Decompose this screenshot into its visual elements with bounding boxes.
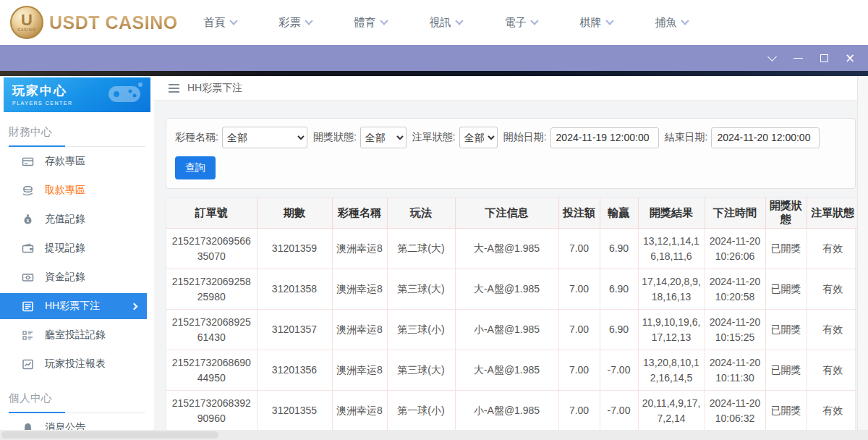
table-cell: 6.90 (600, 229, 638, 269)
table-cell: 6.90 (600, 310, 638, 350)
players-center-header: 玩家中心 PLAYERS CENTER (4, 77, 150, 112)
usdt-coin-icon: U CASINO (10, 6, 43, 39)
nav-item-label: 電子 (505, 16, 527, 30)
divider-strip (0, 71, 868, 76)
column-header: 玩法 (387, 198, 455, 229)
table-cell: 2152173206925825980 (166, 269, 257, 310)
top-bar: U CASINO USDT CASINO 首頁彩票體育視訊電子棋牌捕魚 (0, 0, 868, 45)
nav-item[interactable]: 視訊 (408, 0, 483, 45)
sidebar-item-label: 取款專區 (45, 184, 85, 197)
logo[interactable]: U CASINO USDT CASINO (10, 6, 175, 39)
table-cell: 2024-11-20 10:06:32 (705, 391, 765, 431)
nav-item[interactable]: 體育 (333, 0, 408, 45)
nav-item[interactable]: 首頁 (182, 0, 258, 45)
table-cell: 第二球(大) (387, 229, 455, 269)
table-cell: 2152173206839290960 (166, 391, 257, 431)
start-date-label: 開始日期: (503, 131, 547, 144)
nav-item-label: 體育 (354, 16, 376, 30)
sidebar-item-lottery-list[interactable]: HH彩票下注 (0, 293, 147, 319)
table-row: 215217320683929096031201355澳洲幸运8第一球(小)小-… (166, 391, 859, 431)
nav-item[interactable]: 電子 (483, 0, 558, 45)
order-status-label: 注單狀態: (412, 131, 456, 144)
table-cell: 7.00 (558, 350, 600, 391)
chevron-down-icon (305, 17, 312, 25)
sidebar-item-label: 提現記錄 (45, 242, 85, 255)
table-cell: 有效 (807, 229, 859, 269)
sidebar-item-deposit-card[interactable]: 存款專區 (0, 147, 154, 176)
nav-item-label: 棋牌 (580, 16, 602, 30)
nav-item-label: 首頁 (204, 16, 226, 30)
withdraw-hand-icon (22, 185, 34, 197)
sidebar-item-funds[interactable]: 資金記錄 (0, 263, 154, 292)
sidebar-item-wallet[interactable]: 提現記錄 (0, 234, 154, 263)
nav-item[interactable]: 捕魚 (634, 0, 709, 45)
search-button[interactable]: 查詢 (175, 156, 216, 179)
chevron-right-icon (131, 302, 138, 310)
deposit-card-icon (22, 156, 34, 168)
window-chevron-down-icon[interactable] (762, 48, 781, 67)
table-cell: 大-A盤@1.985 (455, 350, 558, 391)
nav-item-label: 捕魚 (655, 16, 677, 30)
chevron-down-icon (681, 17, 689, 25)
window-maximize-icon[interactable] (814, 48, 833, 67)
sidebar-item-report-chart[interactable]: 玩家投注報表 (0, 350, 154, 378)
nav-item-label: 視訊 (430, 16, 451, 30)
table-cell: 已開獎 (765, 229, 807, 269)
table-cell: 有效 (807, 310, 859, 350)
chevron-down-icon (605, 17, 613, 25)
sidebar-item-hall-records[interactable]: 廳室投註記錄 (0, 321, 154, 350)
scrollbar-thumb[interactable] (1, 431, 218, 439)
page-title: HH彩票下注 (187, 82, 242, 95)
table-cell: 7.00 (558, 310, 600, 350)
end-date-input[interactable] (711, 127, 820, 148)
vertical-scrollbar[interactable] (857, 76, 868, 440)
table-cell: 13,20,8,10,12,16,14,5 (638, 350, 705, 391)
sidebar-item-withdraw-hand[interactable]: 取款專區 (0, 176, 154, 205)
table-cell: -7.00 (600, 391, 638, 431)
horizontal-scrollbar[interactable] (0, 430, 868, 440)
table-cell: 31201355 (257, 391, 332, 431)
sidebar-item-label: 資金記錄 (45, 271, 85, 284)
table-cell: 澳洲幸运8 (332, 269, 387, 310)
table-cell: 澳洲幸运8 (332, 391, 387, 431)
chevron-down-icon (229, 17, 237, 25)
end-date-label: 結束日期: (665, 131, 708, 144)
bets-table-wrap: 訂單號期數彩種名稱玩法下注信息投注額輸贏開獎結果下注時間開獎狀態注單狀態 215… (166, 197, 856, 440)
draw-status-select[interactable]: 全部 (360, 127, 407, 148)
coin-sub-label: CASINO (17, 28, 35, 32)
hamburger-menu-icon[interactable] (169, 84, 179, 93)
sidebar-item-label: 廳室投註記錄 (45, 329, 106, 342)
sidebar-item-moneybag[interactable]: $充值記錄 (0, 205, 154, 234)
start-date-input[interactable] (550, 127, 659, 148)
window-close-icon[interactable]: × (841, 48, 859, 67)
sidebar-section-title: 財務中心 (9, 124, 145, 147)
column-header: 開獎結果 (638, 198, 705, 229)
hall-records-icon (22, 329, 34, 342)
top-nav: 首頁彩票體育視訊電子棋牌捕魚 (182, 0, 709, 45)
table-cell: -7.00 (600, 350, 638, 391)
draw-status-label: 開獎狀態: (313, 131, 357, 144)
table-cell: 7.00 (558, 269, 600, 310)
sidebar-item-label: 玩家投注報表 (45, 358, 106, 371)
window-minimize-icon[interactable] (788, 48, 807, 67)
table-cell: 第一球(小) (387, 391, 455, 431)
logo-text: USDT CASINO (49, 12, 178, 33)
nav-item[interactable]: 彩票 (258, 0, 333, 45)
table-cell: 2024-11-20 10:20:58 (705, 269, 765, 310)
table-row: 215217320692582598031201358澳洲幸运8第三球(大)大-… (166, 269, 859, 310)
column-header: 訂單號 (166, 198, 257, 229)
table-cell: 澳洲幸运8 (332, 350, 387, 391)
order-status-select[interactable]: 全部 (459, 127, 498, 148)
chevron-down-icon (380, 17, 388, 25)
column-header: 投注額 (558, 198, 600, 229)
table-cell: 有效 (807, 269, 859, 310)
window-titlebar: × (0, 45, 868, 71)
lottery-name-select[interactable]: 全部 (222, 127, 307, 148)
lottery-list-icon (22, 300, 34, 313)
column-header: 開獎狀態 (765, 198, 807, 229)
table-cell: 7.00 (558, 391, 600, 431)
table-cell: 17,14,20,8,9,18,16,13 (638, 269, 705, 310)
column-header: 下注時間 (705, 198, 765, 229)
table-cell: 已開獎 (765, 391, 807, 431)
nav-item[interactable]: 棋牌 (558, 0, 634, 45)
